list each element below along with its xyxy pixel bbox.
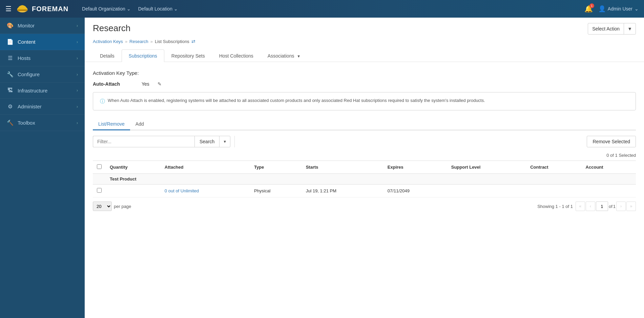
next-page-button[interactable]: › [616, 202, 626, 211]
th-checkbox [93, 161, 106, 174]
user-menu[interactable]: 👤 Admin User ⌄ [598, 5, 639, 13]
th-quantity: Quantity [106, 161, 161, 174]
administer-icon: ⚙ [7, 103, 14, 110]
last-page-button[interactable]: » [626, 202, 636, 211]
svg-rect-2 [17, 10, 28, 11]
columns-icon[interactable]: ⇄ [191, 39, 195, 44]
loc-chevron-icon: ⌄ [174, 6, 178, 12]
breadcrumb-sep1: » [125, 39, 127, 44]
org-loc-selectors: Default Organization ⌄ Default Location … [79, 5, 181, 13]
tab-subscriptions[interactable]: Subscriptions [122, 49, 164, 62]
page-header: Research Select Action ▼ Activation Keys… [85, 18, 644, 62]
row-account [582, 185, 636, 197]
page-title: Research [93, 23, 130, 34]
sidebar-item-administer[interactable]: ⚙ Administer › [0, 99, 85, 115]
sidebar-item-hosts[interactable]: ☰ Hosts › [0, 50, 85, 66]
tab-host-collections[interactable]: Host Collections [212, 49, 261, 62]
org-dropdown[interactable]: Default Organization ⌄ [79, 5, 133, 13]
first-page-button[interactable]: « [576, 202, 585, 211]
group-checkbox-cell [93, 174, 106, 185]
tab-details[interactable]: Details [93, 49, 122, 62]
brand-name: FOREMAN [32, 5, 68, 13]
search-button[interactable]: Search [194, 136, 219, 147]
info-text: When Auto Attach is enabled, registering… [108, 98, 485, 103]
chevron-right-icon: › [77, 56, 78, 61]
notifications[interactable]: 🔔 1 [584, 5, 593, 13]
pagination-buttons: « ‹ of 1 › » [576, 202, 636, 211]
hosts-icon: ☰ [7, 55, 14, 61]
chevron-right-icon: › [77, 72, 78, 77]
select-action-button[interactable]: Select Action ▼ [588, 23, 636, 35]
select-action-label: Select Action [588, 23, 624, 34]
pagination-left: 20 50 100 per page [93, 202, 131, 211]
infrastructure-icon: 🏗 [7, 87, 14, 93]
brand-logo: FOREMAN [16, 3, 68, 15]
search-caret-button[interactable]: ▼ [219, 136, 230, 147]
loc-dropdown[interactable]: Default Location ⌄ [136, 5, 181, 13]
associations-caret-icon: ▼ [297, 54, 300, 58]
tab-associations[interactable]: Associations ▼ [261, 49, 308, 62]
sidebar-item-configure[interactable]: 🔧 Configure › [0, 66, 85, 83]
attached-link[interactable]: 0 out of Unlimited [165, 188, 199, 193]
prev-page-button[interactable]: ‹ [586, 202, 595, 211]
sidebar: 🎨 Monitor › 📄 Content › ☰ Hosts › 🔧 Conf… [0, 18, 85, 318]
sub-tab-list-remove[interactable]: List/Remove [93, 119, 130, 130]
th-expires: Expires [383, 161, 447, 174]
content-area: Activation Key Type: Auto-Attach Yes ✎ ⓘ… [85, 62, 644, 318]
activation-key-type-label: Activation Key Type: [93, 70, 636, 76]
monitor-icon: 🎨 [7, 22, 14, 29]
edit-icon[interactable]: ✎ [158, 81, 162, 87]
breadcrumb-activation-keys[interactable]: Activation Keys [93, 39, 123, 44]
helmet-icon [16, 3, 28, 15]
th-support-level: Support Level [447, 161, 526, 174]
breadcrumb-current: List Subscriptions [155, 39, 189, 44]
row-support-level [447, 185, 526, 197]
table-header-row: Quantity Attached Type Starts Expires [93, 161, 636, 174]
th-contract: Contract [526, 161, 581, 174]
row-expires: 07/11/2049 [383, 185, 447, 197]
row-type: Physical [250, 185, 302, 197]
total-pages: 1 [613, 204, 616, 209]
sub-tab-add[interactable]: Add [130, 119, 149, 130]
chevron-right-icon: › [77, 121, 78, 125]
breadcrumb-research[interactable]: Research [129, 39, 148, 44]
content-icon: 📄 [7, 39, 14, 45]
remove-selected-button[interactable]: Remove Selected [587, 136, 636, 147]
sub-tabs: List/Remove Add [93, 119, 636, 130]
sidebar-item-toolbox[interactable]: 🔨 Toolbox › [0, 115, 85, 131]
sidebar-item-label: Administer [18, 104, 42, 109]
sidebar-item-label: Content [18, 39, 36, 45]
breadcrumb: Activation Keys » Research » List Subscr… [93, 39, 636, 44]
chevron-right-icon: › [77, 23, 78, 28]
sidebar-item-infrastructure[interactable]: 🏗 Infrastructure › [0, 83, 85, 99]
info-circle-icon: ⓘ [100, 98, 105, 105]
configure-icon: 🔧 [7, 71, 14, 78]
showing-text: Showing 1 - 1 of 1 [537, 204, 573, 209]
sidebar-item-monitor[interactable]: 🎨 Monitor › [0, 18, 85, 34]
th-type: Type [250, 161, 302, 174]
user-icon: 👤 [598, 5, 606, 13]
main-content: Research Select Action ▼ Activation Keys… [85, 18, 644, 318]
sidebar-item-content[interactable]: 📄 Content › [0, 34, 85, 50]
current-page-input[interactable] [596, 202, 608, 211]
search-caret-icon: ▼ [223, 140, 227, 144]
per-page-select[interactable]: 20 50 100 [93, 202, 112, 211]
row-checkbox[interactable] [97, 188, 102, 193]
tab-repository-sets[interactable]: Repository Sets [164, 49, 212, 62]
chevron-right-icon: › [77, 104, 78, 109]
select-all-checkbox[interactable] [97, 164, 102, 169]
breadcrumb-sep2: » [150, 39, 153, 44]
chevron-right-icon: › [77, 88, 78, 93]
auto-attach-label: Auto-Attach [93, 81, 133, 87]
sidebar-item-label: Infrastructure [18, 88, 47, 93]
hamburger-menu[interactable]: ☰ [5, 5, 12, 13]
sidebar-item-label: Monitor [18, 23, 35, 28]
select-action-caret-icon: ▼ [624, 23, 636, 34]
info-box: ⓘ When Auto Attach is enabled, registeri… [93, 92, 636, 110]
filter-divider [234, 136, 235, 147]
filter-input[interactable] [93, 136, 194, 147]
row-checkbox-cell [93, 185, 106, 197]
filter-row: Search ▼ Remove Selected [93, 136, 636, 147]
selected-count: 0 of 1 Selected [93, 153, 636, 158]
sidebar-item-label: Configure [18, 71, 40, 77]
